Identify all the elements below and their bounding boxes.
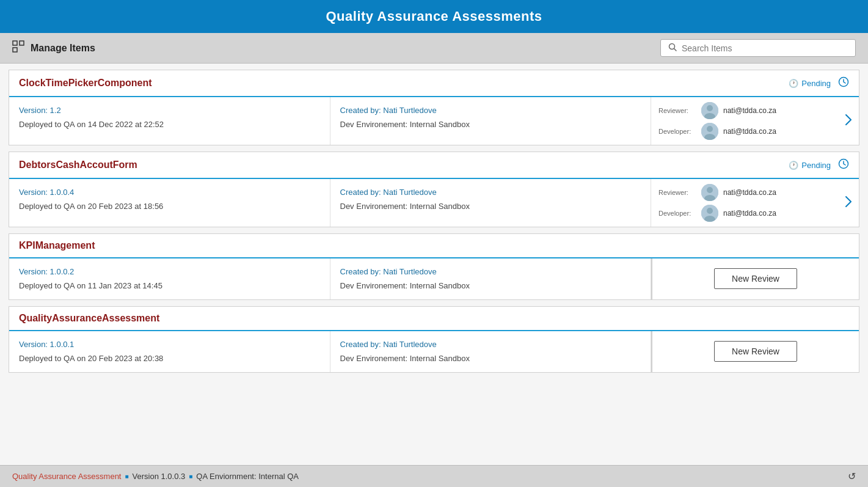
item-deployed-quality-assurance-assessment: Deployed to QA on 20 Feb 2023 at 20:38 [19, 351, 320, 365]
svg-point-14 [707, 187, 713, 193]
item-deployed-kpi-management: Deployed to QA on 11 Jan 2023 at 14:45 [19, 279, 320, 293]
new-review-button-kpi-management[interactable]: New Review [714, 268, 797, 289]
status-label: Pending [801, 161, 831, 170]
reviewer-label-debtors-cash-account: Reviewer: [658, 189, 696, 196]
svg-rect-2 [13, 48, 17, 52]
status-pending-debtors-cash-account: 🕐Pending [789, 161, 831, 170]
svg-point-7 [707, 105, 713, 111]
item-header-quality-assurance-assessment: QualityAssuranceAssessment [9, 307, 859, 331]
reviewer-label-clock-time-picker: Reviewer: [658, 107, 696, 114]
item-details-middle-clock-time-picker: Created by: Nati Turtledove Dev Environe… [330, 97, 652, 145]
clock-icon: 🕐 [789, 161, 798, 170]
footer-info: Quality Assurance Assessment ■ Version 1… [12, 472, 299, 481]
item-card-debtors-cash-account: DebtorsCashAccoutForm🕐Pending Version: 1… [9, 152, 859, 227]
item-details-left-kpi-management: Version: 1.0.0.2 Deployed to QA on 11 Ja… [9, 258, 330, 299]
history-icon-clock-time-picker[interactable] [838, 76, 849, 90]
svg-point-10 [707, 126, 713, 132]
item-details-middle-kpi-management: Created by: Nati Turtledove Dev Environe… [330, 258, 652, 299]
developer-label-clock-time-picker: Developer: [658, 128, 696, 135]
item-name-debtors-cash-account: DebtorsCashAccoutForm [19, 159, 137, 170]
search-box[interactable] [660, 39, 856, 57]
toolbar-left: Manage Items [12, 40, 95, 56]
footer: Quality Assurance Assessment ■ Version 1… [0, 465, 868, 487]
main-content: ClockTimePickerComponent🕐Pending Version… [0, 64, 868, 465]
item-header-debtors-cash-account: DebtorsCashAccoutForm🕐Pending [9, 152, 859, 179]
item-details-left-clock-time-picker: Version: 1.2 Deployed to QA on 14 Dec 20… [9, 97, 330, 145]
item-body-debtors-cash-account: Version: 1.0.0.4 Deployed to QA on 20 Fe… [9, 179, 859, 227]
item-version-clock-time-picker: Version: 1.2 [19, 103, 320, 117]
svg-point-17 [707, 208, 713, 214]
item-created-by-quality-assurance-assessment: Created by: Nati Turtledove [340, 337, 641, 351]
chevron-right-debtors-cash-account[interactable] [845, 196, 852, 210]
reviewer-email-clock-time-picker: nati@tdda.co.za [723, 106, 776, 115]
item-details-middle-quality-assurance-assessment: Created by: Nati Turtledove Dev Environe… [330, 331, 652, 372]
manage-icon [12, 40, 24, 56]
search-icon [668, 43, 677, 53]
footer-sep-2: ■ [189, 473, 192, 480]
developer-email-debtors-cash-account: nati@tdda.co.za [723, 209, 776, 218]
reviewer-row-debtors-cash-account: Reviewer: nati@tdda.co.za [658, 184, 841, 201]
item-version-debtors-cash-account: Version: 1.0.0.4 [19, 185, 320, 199]
item-card-quality-assurance-assessment: QualityAssuranceAssessment Version: 1.0.… [9, 306, 859, 373]
items-list: ClockTimePickerComponent🕐Pending Version… [0, 70, 868, 373]
footer-app-name: Quality Assurance Assessment [12, 472, 121, 481]
page-header: Quality Assurance Assessments [0, 0, 868, 33]
developer-label-debtors-cash-account: Developer: [658, 210, 696, 217]
item-created-by-kpi-management: Created by: Nati Turtledove [340, 265, 641, 279]
svg-rect-1 [20, 41, 24, 45]
svg-rect-0 [13, 41, 17, 45]
footer-sep-1: ■ [125, 473, 128, 480]
developer-row-clock-time-picker: Developer: nati@tdda.co.za [658, 123, 841, 140]
search-input[interactable] [682, 43, 848, 53]
refresh-icon[interactable]: ↺ [848, 471, 856, 482]
item-dev-env-kpi-management: Dev Environement: Internal Sandbox [340, 279, 641, 293]
item-details-middle-debtors-cash-account: Created by: Nati Turtledove Dev Environe… [330, 179, 652, 227]
reviewer-info-clock-time-picker: Reviewer: nati@tdda.co.za Developer: [658, 102, 841, 140]
reviewer-email-debtors-cash-account: nati@tdda.co.za [723, 188, 776, 197]
item-name-kpi-management: KPIManagement [19, 240, 95, 251]
developer-avatar-clock-time-picker [701, 123, 718, 140]
reviewer-info-debtors-cash-account: Reviewer: nati@tdda.co.za Developer: [658, 184, 841, 222]
item-created-by-clock-time-picker: Created by: Nati Turtledove [340, 103, 641, 117]
developer-email-clock-time-picker: nati@tdda.co.za [723, 127, 776, 136]
reviewer-row-clock-time-picker: Reviewer: nati@tdda.co.za [658, 102, 841, 119]
footer-version: Version 1.0.0.3 [133, 472, 186, 481]
item-status-area-clock-time-picker: 🕐Pending [789, 76, 849, 90]
status-pending-clock-time-picker: 🕐Pending [789, 79, 831, 88]
item-deployed-debtors-cash-account: Deployed to QA on 20 Feb 2023 at 18:56 [19, 199, 320, 213]
item-right-clock-time-picker: Reviewer: nati@tdda.co.za Developer: [651, 97, 859, 145]
footer-environment: QA Enviornment: Internal QA [196, 472, 299, 481]
item-body-quality-assurance-assessment: Version: 1.0.0.1 Deployed to QA on 20 Fe… [9, 331, 859, 372]
item-body-kpi-management: Version: 1.0.0.2 Deployed to QA on 11 Ja… [9, 258, 859, 299]
item-card-clock-time-picker: ClockTimePickerComponent🕐Pending Version… [9, 70, 859, 145]
item-right-debtors-cash-account: Reviewer: nati@tdda.co.za Developer: [651, 179, 859, 227]
developer-avatar-debtors-cash-account [701, 205, 718, 222]
toolbar-title: Manage Items [31, 43, 95, 54]
item-dev-env-quality-assurance-assessment: Dev Environement: Internal Sandbox [340, 351, 641, 365]
clock-icon: 🕐 [789, 79, 798, 88]
reviewer-avatar-clock-time-picker [701, 102, 718, 119]
new-review-button-quality-assurance-assessment[interactable]: New Review [714, 341, 797, 362]
toolbar: Manage Items [0, 33, 868, 64]
item-header-kpi-management: KPIManagement [9, 234, 859, 258]
item-action-kpi-management: New Review [651, 258, 859, 299]
item-status-area-debtors-cash-account: 🕐Pending [789, 158, 849, 172]
reviewer-avatar-debtors-cash-account [701, 184, 718, 201]
history-icon-debtors-cash-account[interactable] [838, 158, 849, 172]
status-label: Pending [801, 79, 831, 88]
item-dev-env-debtors-cash-account: Dev Environement: Internal Sandbox [340, 199, 641, 213]
page-title: Quality Assurance Assessments [326, 9, 542, 24]
item-deployed-clock-time-picker: Deployed to QA on 14 Dec 2022 at 22:52 [19, 117, 320, 131]
item-header-clock-time-picker: ClockTimePickerComponent🕐Pending [9, 70, 859, 97]
chevron-right-clock-time-picker[interactable] [845, 114, 852, 128]
item-created-by-debtors-cash-account: Created by: Nati Turtledove [340, 185, 641, 199]
item-card-kpi-management: KPIManagement Version: 1.0.0.2 Deployed … [9, 233, 859, 300]
item-version-kpi-management: Version: 1.0.0.2 [19, 265, 320, 279]
item-version-quality-assurance-assessment: Version: 1.0.0.1 [19, 337, 320, 351]
item-action-quality-assurance-assessment: New Review [651, 331, 859, 372]
item-details-left-quality-assurance-assessment: Version: 1.0.0.1 Deployed to QA on 20 Fe… [9, 331, 330, 372]
item-dev-env-clock-time-picker: Dev Environement: Internal Sandbox [340, 117, 641, 131]
item-name-clock-time-picker: ClockTimePickerComponent [19, 78, 152, 89]
item-body-clock-time-picker: Version: 1.2 Deployed to QA on 14 Dec 20… [9, 97, 859, 145]
svg-line-4 [674, 49, 677, 51]
